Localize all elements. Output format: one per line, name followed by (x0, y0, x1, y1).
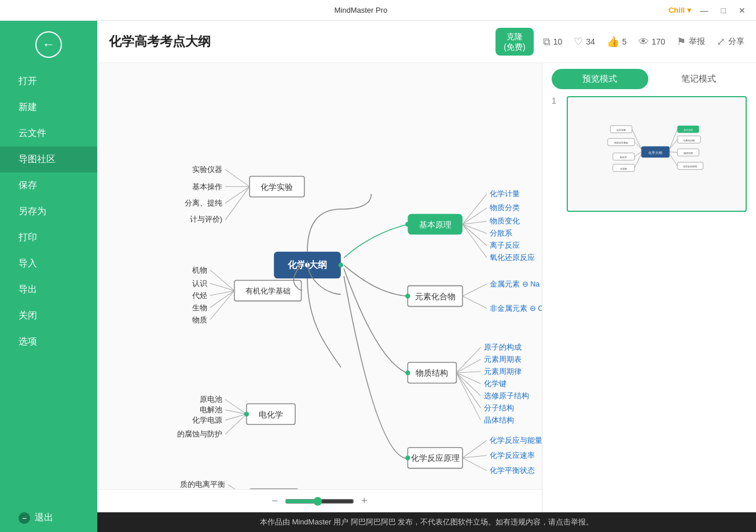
zoom-slider[interactable] (285, 497, 354, 506)
title-bar: MindMaster Pro Chill ▾ — □ ✕ (0, 0, 756, 21)
line-center-wuzhi (344, 269, 408, 374)
zoom-plus[interactable]: + (361, 495, 368, 507)
line-wuzhi-2 (456, 359, 480, 373)
leaf-jiben-6: 氧化还原反应 (490, 254, 535, 262)
sidebar-item-export[interactable]: 导出 (0, 277, 97, 303)
page-item-1: 1 化学大纲 基本原理 (552, 96, 747, 212)
line-huaxuereac-2 (463, 456, 487, 458)
flag-icon: ⚑ (677, 35, 686, 48)
line-center-dianhua (307, 278, 341, 367)
sidebar-item-new[interactable]: 新建 (0, 94, 97, 120)
line-huaxuereac-1 (463, 441, 487, 458)
tab-notes[interactable]: 笔记模式 (651, 69, 747, 89)
dot-center-right (339, 263, 343, 267)
right-panel-tabs: 预览模式 笔记模式 (542, 63, 756, 89)
svg-text:化学实验: 化学实验 (616, 129, 626, 131)
like-action[interactable]: ♡ 34 (574, 35, 595, 48)
page-number-1: 1 (552, 96, 561, 105)
leaf-wuzhi-7: 晶体结构 (484, 416, 514, 424)
line-jiben-l1 (463, 194, 487, 225)
sidebar-item-print[interactable]: 打印 (0, 225, 97, 251)
leaf-dianhua-2: 电解池 (200, 406, 222, 414)
node-yuansu-label: 元素化合物 (415, 292, 456, 301)
node-shiyanjie-label: 化学实验 (260, 183, 293, 192)
leaf-youji-4: 生物 (192, 304, 207, 312)
leaf-huaxuereac-3: 化学平衡状态 (490, 467, 535, 475)
leaf-dianhua-4: 的腐蚀与防护 (177, 431, 222, 439)
line-shiyanjie-4 (225, 187, 249, 221)
leaf-shuirong-1: 质的电离平衡 (180, 480, 225, 489)
eye-icon: 👁 (638, 36, 649, 48)
leaf-shiyanjie-4: 计与评价) (190, 216, 222, 224)
tab-preview[interactable]: 预览模式 (552, 69, 648, 89)
sidebar-item-close[interactable]: 关闭 (0, 303, 97, 329)
dot-jiben (405, 222, 410, 227)
svg-text:电化学: 电化学 (620, 156, 627, 159)
view-action: 👁 170 (638, 36, 665, 48)
line-wuzhi-3 (456, 372, 480, 373)
minimize-btn[interactable]: — (697, 5, 712, 16)
sidebar-item-import[interactable]: 导入 (0, 251, 97, 277)
user-menu[interactable]: Chill ▾ (669, 6, 691, 14)
sidebar-item-saveas[interactable]: 另存为 (0, 199, 97, 225)
leaf-jiben-2: 物质分类 (490, 204, 520, 212)
dot-wuzhi (405, 370, 410, 375)
svg-text:化学大纲: 化学大纲 (648, 151, 662, 155)
line-center-yuansu (344, 265, 408, 296)
sidebar-item-save[interactable]: 保存 (0, 173, 97, 199)
line-jiben-l5 (463, 225, 487, 246)
line-center-shiyanjie (307, 194, 371, 252)
content-main: 化学·大纲 化学实验 实验仪器 (97, 63, 756, 512)
dot-huaxuereac (405, 456, 410, 460)
sidebar-item-open[interactable]: 打开 (0, 68, 97, 94)
zoom-minus[interactable]: − (271, 495, 278, 507)
line-jiben-l6 (463, 225, 487, 258)
leaf-wuzhi-3: 元素周期律 (484, 368, 522, 376)
share-action[interactable]: ⤢ 分享 (717, 35, 744, 48)
line-wuzhi-7 (456, 373, 480, 420)
node-jiben-label: 基本原理 (419, 221, 452, 229)
leaf-youji-2: 认识 (192, 280, 207, 288)
share-icon: ⤢ (717, 35, 725, 48)
clone-button[interactable]: 克隆(免费) (496, 28, 533, 56)
heart-icon: ♡ (574, 35, 583, 48)
sidebar-item-exit[interactable]: − 退出 (0, 504, 97, 532)
footer-info: 本作品由 MindMaster 用户 阿巴阿巴阿巴 发布，不代表亿图软件立场。如… (97, 512, 756, 532)
thumb-svg: 化学大纲 基本原理 元素化合物 物质结构 (568, 97, 746, 211)
maximize-btn[interactable]: □ (718, 5, 729, 16)
sidebar-item-options[interactable]: 选项 (0, 329, 97, 355)
mindmap-svg: 化学·大纲 化学实验 实验仪器 (97, 63, 542, 489)
page-thumb-1[interactable]: 化学大纲 基本原理 元素化合物 物质结构 (567, 96, 747, 212)
dot-dianhua (244, 412, 249, 417)
svg-text:元素化合物: 元素化合物 (683, 139, 695, 142)
sidebar-item-cloud[interactable]: 云文件 (0, 120, 97, 146)
back-button[interactable]: ← (35, 31, 62, 58)
exit-icon: − (19, 512, 30, 524)
sidebar-item-community[interactable]: 导图社区 (0, 146, 97, 173)
leaf-wuzhi-4: 化学键 (484, 380, 507, 388)
svg-text:基本原理: 基本原理 (684, 129, 693, 131)
leaf-yuansu-2: 非金属元素 ⊖ C Si N (490, 304, 542, 313)
leaf-wuzhi-1: 原子的构成 (484, 343, 522, 351)
report-action[interactable]: ⚑ 举报 (677, 35, 705, 48)
clone-count-action[interactable]: ⧉ 10 (543, 36, 563, 48)
leaf-shiyanjie-1: 实验仪器 (192, 166, 222, 174)
node-youji-label: 有机化学基础 (245, 288, 291, 296)
line-shuirong-1 (228, 485, 249, 489)
line-huaxuereac-3 (463, 458, 487, 471)
content-area: 化学高考考点大纲 克隆(免费) ⧉ 10 ♡ 34 👍 5 👁 170 (97, 21, 756, 532)
leaf-dianhua-3: 化学电源 (192, 416, 222, 424)
svg-text:物质结构: 物质结构 (684, 152, 693, 155)
node-wuzhi-label: 物质结构 (416, 369, 448, 378)
line-wuzhi-1 (456, 347, 480, 373)
mindmap-area[interactable]: 化学·大纲 化学实验 实验仪器 (97, 63, 542, 512)
header-actions: ⧉ 10 ♡ 34 👍 5 👁 170 ⚑ 举报 (543, 35, 744, 48)
dot-yuansu (405, 294, 410, 299)
leaf-yuansu-1: 金属元素 ⊖ Na Mg (490, 280, 542, 288)
close-btn[interactable]: ✕ (735, 5, 749, 16)
leaf-huaxuereac-1: 化学反应与能量 (490, 436, 542, 445)
doc-title: 化学高考考点大纲 (109, 33, 486, 50)
leaf-wuzhi-6: 分子结构 (484, 404, 514, 412)
thumb-action[interactable]: 👍 5 (607, 35, 627, 48)
leaf-wuzhi-2: 元素周期表 (484, 355, 522, 364)
